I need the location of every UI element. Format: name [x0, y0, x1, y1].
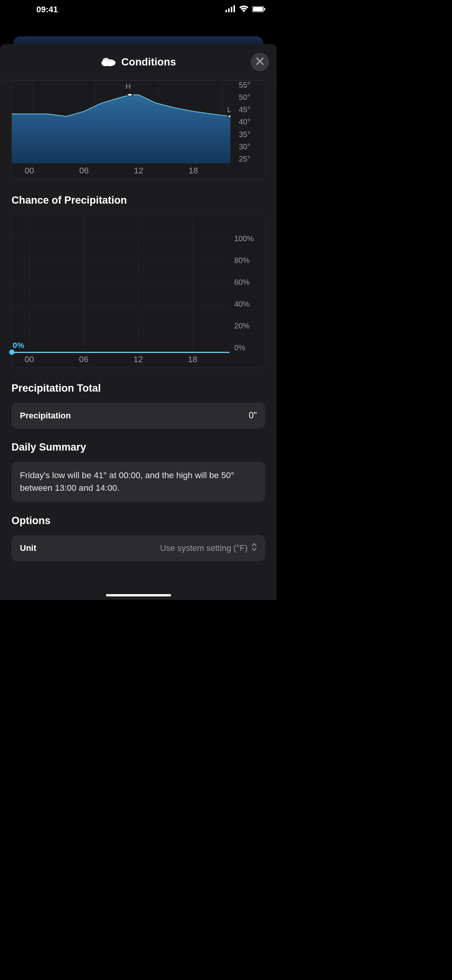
precip-x-axis: 00 06 12 18 [12, 354, 230, 366]
unit-value: Use system setting (°F) [160, 543, 248, 553]
svg-rect-3 [233, 5, 235, 12]
axis-tick: 12 [134, 354, 143, 364]
sheet-title-wrap: Conditions [101, 56, 176, 68]
axis-tick: 50° [239, 93, 261, 102]
precip-total-label: Precipitation [20, 411, 71, 421]
temperature-chart[interactable]: H L 55° 50° 45° 40° 35° 30° 25° 00 06 12… [11, 80, 265, 179]
daily-summary-title: Daily Summary [11, 441, 265, 453]
precip-point-label: 0% [13, 341, 24, 350]
conditions-sheet: Conditions [0, 44, 277, 600]
cloud-icon [101, 56, 116, 68]
precip-plot: 0% [12, 219, 230, 352]
svg-rect-0 [225, 10, 227, 12]
axis-tick: 18 [189, 166, 198, 176]
unit-value-wrap: Use system setting (°F) [160, 543, 257, 554]
precip-point [9, 350, 15, 355]
status-indicators [225, 5, 265, 15]
axis-tick: 60% [234, 278, 261, 287]
low-marker-label: L [227, 106, 231, 114]
home-indicator[interactable] [106, 594, 171, 596]
svg-rect-2 [231, 7, 232, 12]
status-bar: 09:41 [0, 0, 277, 19]
daily-summary-card: Friday's low will be 41° at 00:00, and t… [11, 462, 265, 502]
axis-tick: 12 [134, 166, 143, 176]
chevron-up-down-icon [251, 543, 257, 554]
axis-tick: 40% [234, 300, 261, 309]
svg-point-11 [228, 115, 230, 118]
axis-tick: 80% [234, 256, 261, 265]
precip-total-row: Precipitation 0" [20, 410, 257, 421]
axis-tick: 45° [239, 105, 261, 114]
axis-tick: 00 [24, 166, 34, 176]
cellular-icon [225, 5, 235, 15]
daily-summary-text: Friday's low will be 41° at 00:00, and t… [20, 469, 257, 494]
precip-total-value: 0" [249, 410, 257, 421]
axis-tick: 06 [79, 166, 88, 176]
svg-point-10 [127, 94, 133, 96]
svg-point-9 [101, 60, 109, 66]
status-time: 09:41 [36, 5, 58, 15]
close-icon [256, 57, 264, 67]
precip-chance-chart[interactable]: 0% 100% 80% 60% 40% 20% 0% 00 06 12 18 [11, 215, 265, 368]
svg-rect-1 [228, 8, 230, 12]
axis-tick: 40° [239, 118, 261, 126]
axis-tick: 06 [79, 354, 88, 364]
wifi-icon [239, 5, 248, 15]
axis-tick: 00 [24, 354, 34, 364]
precip-total-card: Precipitation 0" [11, 403, 265, 428]
sheet-title: Conditions [121, 56, 176, 68]
axis-tick: 20% [234, 322, 261, 330]
high-marker-label: H [126, 82, 131, 91]
precip-chance-title: Chance of Precipitation [11, 194, 265, 206]
temperature-x-axis: 00 06 12 18 [12, 166, 230, 177]
sheet-header: Conditions [0, 44, 277, 80]
precip-line [12, 352, 230, 353]
close-button[interactable] [251, 53, 269, 71]
axis-tick: 0% [234, 343, 261, 352]
options-card: Unit Use system setting (°F) [11, 535, 265, 561]
axis-tick: 18 [188, 354, 197, 364]
axis-tick: 35° [239, 130, 261, 139]
precip-y-axis: 100% 80% 60% 40% 20% 0% [234, 234, 261, 352]
options-title: Options [11, 515, 265, 527]
svg-rect-6 [264, 8, 265, 10]
temperature-y-axis: 55° 50° 45° 40° 35° 30° 25° [239, 81, 261, 163]
precip-total-title: Precipitation Total [11, 382, 265, 394]
svg-rect-5 [253, 7, 263, 11]
temperature-plot: H L [12, 81, 230, 163]
battery-icon [252, 5, 265, 15]
axis-tick: 30° [239, 142, 261, 151]
unit-label: Unit [20, 543, 36, 553]
axis-tick: 25° [239, 155, 261, 163]
unit-row[interactable]: Unit Use system setting (°F) [20, 543, 257, 554]
axis-tick: 55° [239, 81, 261, 90]
axis-tick: 100% [234, 234, 261, 243]
